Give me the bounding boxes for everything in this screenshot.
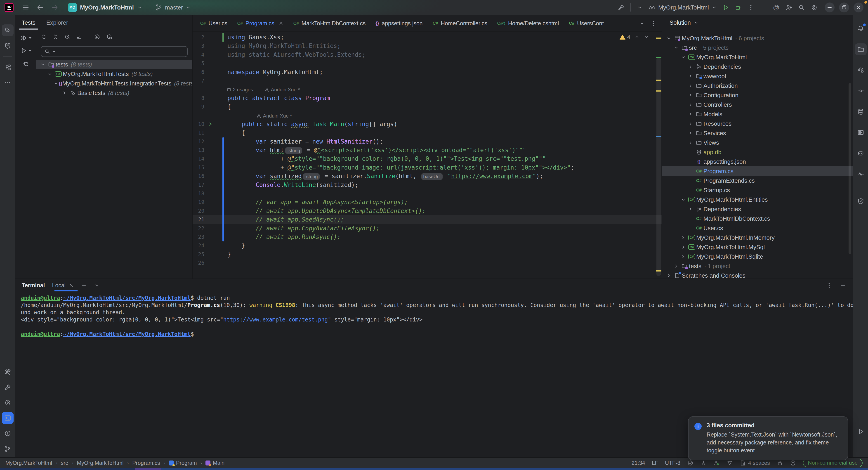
collapse-all-button[interactable]: [53, 34, 59, 41]
search-everywhere-button[interactable]: [796, 2, 807, 13]
terminal-options-chevron[interactable]: [94, 283, 99, 288]
hidden-tabs-chevron[interactable]: [639, 21, 645, 26]
toolwindow-toybox-button[interactable]: [855, 147, 867, 159]
project-widget[interactable]: MO MyOrg.MarkToHtml: [68, 3, 143, 12]
tree-item-BasicTests[interactable]: BasicTests(8 tests): [36, 88, 192, 98]
run-button[interactable]: [720, 2, 732, 13]
tree-item-Configuration[interactable]: Configuration: [662, 90, 852, 100]
toolwindow-run-play-button[interactable]: [855, 426, 867, 437]
build-button[interactable]: [615, 2, 627, 13]
close-tab-icon[interactable]: [278, 21, 283, 26]
editor-tab-appsettings.json[interactable]: {}appsettings.json: [370, 15, 428, 31]
tree-item-Dependencies[interactable]: Dependencies: [662, 62, 852, 71]
toolwindow-solution-folder-button[interactable]: [855, 43, 867, 55]
gear-button[interactable]: [94, 33, 101, 42]
status-4-spaces[interactable]: 4 spaces: [740, 460, 770, 466]
tests-search-input[interactable]: [41, 46, 188, 57]
toolwindow-nuget-shield-button[interactable]: [2, 40, 13, 52]
solution-scrollbar[interactable]: [848, 83, 851, 254]
status-user-check[interactable]: [713, 460, 720, 466]
editor-tab-MarkToHtmlDbContext.cs[interactable]: C#MarkToHtmlDbContext.cs: [288, 15, 371, 31]
tab-options-button[interactable]: [650, 20, 657, 27]
editor-tab-User.cs[interactable]: C#User.cs: [195, 15, 232, 31]
terminal-output[interactable]: anduin@ultra:~/MyOrg.MarkToHtml/src/MyOr…: [16, 292, 852, 341]
toolwindow-structure-button[interactable]: [2, 62, 13, 73]
toolwindow-shield-check-button[interactable]: [855, 195, 867, 207]
terminal-tab-local[interactable]: Local: [52, 282, 74, 289]
toolwindow-version-control-button[interactable]: [2, 443, 13, 455]
tree-item-MyOrg.MarkToHtml.InMemory[interactable]: C#MyOrg.MarkToHtml.InMemory: [662, 233, 852, 242]
next-problem-button[interactable]: [644, 34, 649, 40]
tree-item-Resources[interactable]: Resources: [662, 119, 852, 128]
breadcrumb-MyOrg.MarkToHtml[interactable]: MyOrg.MarkToHtml: [77, 460, 124, 466]
tests-panel-tab-tests[interactable]: Tests: [22, 15, 35, 30]
breadcrumb-Program[interactable]: Program: [169, 460, 197, 466]
run-configuration-selector[interactable]: MyOrg.MarkToHtml: [648, 4, 717, 11]
toolwindow-commit-button[interactable]: [855, 85, 867, 97]
tree-item-ProgramExtends.cs[interactable]: C#ProgramExtends.cs: [662, 176, 852, 185]
tree-item-Dependencies[interactable]: Dependencies: [662, 205, 852, 214]
run-all-button[interactable]: [20, 34, 32, 41]
tree-item-MyOrg.MarkToHtml.Tests.IntegrationTests[interactable]: {}MyOrg.MarkToHtml.Tests.IntegrationTest…: [36, 79, 192, 88]
tree-item-appsettings.json[interactable]: {}appsettings.json: [662, 157, 852, 166]
inspection-widget[interactable]: 4: [620, 34, 649, 40]
breadcrumb-Main[interactable]: Main: [206, 460, 224, 466]
tree-item-Scratches and Consoles[interactable]: Scratches and Consoles: [662, 271, 852, 279]
status-check-circle[interactable]: [687, 460, 693, 466]
toolwindow-services-report-button[interactable]: [855, 127, 867, 138]
tree-item-MarkToHtmlDbContext.cs[interactable]: C#MarkToHtmlDbContext.cs: [662, 214, 852, 223]
tree-item-Services[interactable]: Services: [662, 128, 852, 138]
target-button[interactable]: [64, 34, 70, 41]
editor-tab-Home/Delete.cshtml[interactable]: C#@Home/Delete.cshtml: [492, 15, 564, 31]
editor-tab-UsersCont[interactable]: C#UsersCont: [564, 15, 609, 31]
import-button[interactable]: [76, 34, 82, 41]
toolwindow-more-button[interactable]: [2, 77, 13, 89]
breadcrumb-MyOrg.MarkToHtml[interactable]: MyOrg.MarkToHtml: [5, 460, 52, 466]
status-utf-8[interactable]: UTF-8: [665, 460, 680, 466]
window-maximize-button[interactable]: [839, 2, 849, 12]
breadcrumb-src[interactable]: src: [61, 460, 68, 466]
toolwindow-database-button[interactable]: [855, 106, 867, 118]
tree-item-MyOrg.MarkToHtml.MySql[interactable]: C#MyOrg.MarkToHtml.MySql: [662, 242, 852, 252]
toolwindow-tools-button[interactable]: [2, 366, 13, 378]
tree-item-Controllers[interactable]: Controllers: [662, 100, 852, 109]
tree-item-Models[interactable]: Models: [662, 109, 852, 119]
run-one-button[interactable]: [20, 47, 32, 54]
tree-item-MyOrg.MarkToHtml[interactable]: C#MyOrg.MarkToHtml: [662, 53, 852, 62]
breadcrumb-Program.cs[interactable]: Program.cs: [132, 460, 160, 466]
toolwindow-terminal-win-button[interactable]: [2, 412, 13, 424]
code-with-me-button[interactable]: [783, 2, 795, 13]
toolwindow-run-widget-button[interactable]: [2, 397, 13, 408]
tree-item-Views[interactable]: Views: [662, 138, 852, 147]
main-menu-button[interactable]: [20, 2, 32, 13]
shield-refresh-button[interactable]: [106, 34, 113, 41]
window-close-button[interactable]: [854, 2, 864, 12]
terminal-menu-button[interactable]: [826, 282, 833, 289]
tree-item-src[interactable]: src· 5 projects: [662, 43, 852, 53]
navigate-back-button[interactable]: [34, 2, 46, 13]
commit-notification[interactable]: i 3 files committed Replace `System.Text…: [688, 416, 848, 460]
tree-item-Program.cs[interactable]: C#Program.cs: [662, 166, 852, 176]
tree-item-Authorization[interactable]: Authorization: [662, 81, 852, 90]
tree-item-wwwroot[interactable]: wwwroot: [662, 71, 852, 81]
tree-item-MyOrg.MarkToHtml.Entities[interactable]: C#MyOrg.MarkToHtml.Entities: [662, 195, 852, 205]
tree-item-tests[interactable]: tests· 1 project: [662, 261, 852, 271]
ai-assistant-button[interactable]: @: [770, 2, 782, 13]
editor-tab-HomeController.cs[interactable]: C#HomeController.cs: [428, 15, 492, 31]
run-gutter-icon[interactable]: [208, 122, 213, 127]
new-terminal-button[interactable]: [81, 282, 87, 288]
more-run-options-button[interactable]: [745, 2, 757, 13]
tree-item-tests[interactable]: tests(8 tests): [36, 60, 192, 69]
status-shield-small[interactable]: [790, 460, 796, 466]
debug-button[interactable]: [733, 2, 744, 13]
tree-item-MyOrg.MarkToHtml.Sqlite[interactable]: C#MyOrg.MarkToHtml.Sqlite: [662, 252, 852, 261]
status-lf[interactable]: LF: [652, 460, 658, 466]
tree-item-User.cs[interactable]: C#User.cs: [662, 223, 852, 233]
tree-item-app.db[interactable]: app.db: [662, 147, 852, 157]
status-21-34[interactable]: 21:34: [631, 460, 645, 466]
expand-all-button[interactable]: [41, 34, 47, 41]
build-options-chevron[interactable]: [634, 2, 646, 13]
hide-terminal-button[interactable]: [840, 282, 846, 288]
status-unlock[interactable]: [777, 460, 783, 466]
toolwindow-problems-button[interactable]: [2, 428, 13, 439]
